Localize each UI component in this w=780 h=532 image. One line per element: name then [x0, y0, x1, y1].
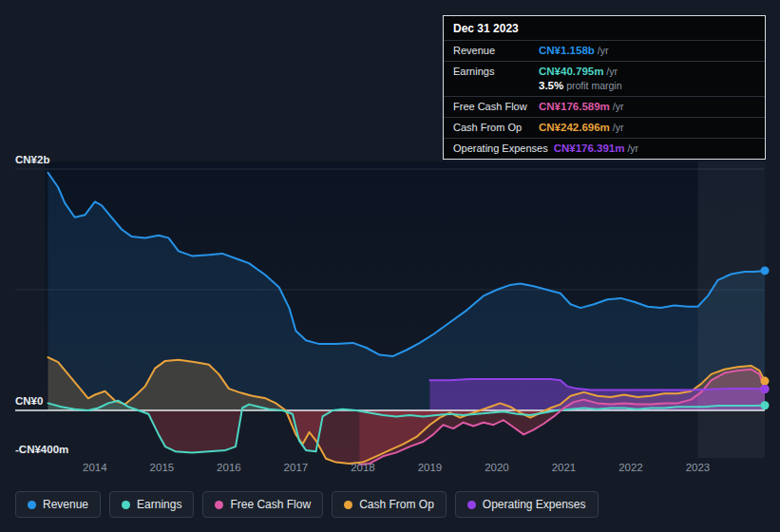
- tooltip-row-revenue: RevenueCN¥1.158b /yr: [444, 40, 765, 61]
- legend-item-earnings[interactable]: Earnings: [109, 491, 194, 518]
- tooltip-label: Operating Expenses: [453, 142, 548, 156]
- legend-item-operating-expenses[interactable]: Operating Expenses: [455, 491, 599, 518]
- x-tick-label: 2019: [409, 462, 450, 473]
- legend-item-revenue[interactable]: Revenue: [15, 491, 101, 518]
- tooltip-row-free-cash-flow: Free Cash FlowCN¥176.589m /yr: [444, 96, 765, 117]
- legend-item-label: Operating Expenses: [483, 498, 586, 511]
- x-tick-label: 2020: [476, 462, 518, 473]
- x-tick-label: 2023: [676, 462, 718, 473]
- tooltip-label: Earnings: [453, 65, 533, 79]
- x-tick-label: 2016: [208, 462, 250, 473]
- profit-margin: 3.5% profit margin: [539, 79, 755, 93]
- legend-item-label: Revenue: [43, 498, 88, 511]
- revenue-series-dot-icon: [28, 501, 36, 509]
- y-tick-label: CN¥2b: [15, 154, 49, 165]
- free-cash-flow-series-dot-icon: [215, 501, 223, 509]
- tooltip-value: CN¥1.158b /yr: [533, 44, 755, 58]
- y-tick-label: -CN¥400m: [15, 444, 68, 455]
- operating-expenses-series-dot-icon: [467, 501, 476, 509]
- tooltip-label: Free Cash Flow: [453, 100, 533, 114]
- legend-item-cash-from-op[interactable]: Cash From Op: [332, 491, 447, 518]
- tooltip-row-earnings: EarningsCN¥40.795m /yr3.5% profit margin: [444, 61, 765, 96]
- tooltip-row-cash-from-op: Cash From OpCN¥242.696m /yr: [444, 117, 765, 138]
- legend-item-free-cash-flow[interactable]: Free Cash Flow: [202, 491, 323, 518]
- x-tick-label: 2017: [275, 462, 316, 473]
- x-tick-label: 2021: [542, 462, 584, 473]
- tooltip-label: Revenue: [453, 44, 533, 58]
- tooltip-date: Dec 31 2023: [444, 16, 765, 40]
- tooltip-value: CN¥176.589m /yr: [533, 100, 755, 114]
- tooltip-rows: RevenueCN¥1.158b /yrEarningsCN¥40.795m /…: [444, 40, 765, 159]
- x-tick-label: 2014: [74, 462, 116, 473]
- legend-item-label: Earnings: [137, 498, 181, 511]
- tooltip-label: Cash From Op: [453, 121, 533, 135]
- cash-from-op-series-dot-icon: [344, 501, 352, 509]
- tooltip-value: CN¥176.391m /yr: [548, 142, 755, 156]
- x-tick-label: 2022: [610, 462, 652, 473]
- legend-item-label: Cash From Op: [359, 498, 434, 511]
- tooltip-row-operating-expenses: Operating ExpensesCN¥176.391m /yr: [444, 138, 765, 159]
- financial-history-page: CN¥2bCN¥0-CN¥400m 2014201520162017201820…: [0, 0, 780, 532]
- tooltip-value: CN¥40.795m /yr3.5% profit margin: [533, 65, 755, 93]
- legend: RevenueEarningsFree Cash FlowCash From O…: [15, 491, 599, 518]
- x-tick-label: 2018: [342, 462, 384, 473]
- y-tick-label: CN¥0: [15, 395, 43, 407]
- legend-item-label: Free Cash Flow: [230, 498, 311, 511]
- tooltip-value: CN¥242.696m /yr: [533, 121, 755, 135]
- data-tooltip: Dec 31 2023 RevenueCN¥1.158b /yrEarnings…: [443, 15, 766, 160]
- x-tick-label: 2015: [141, 462, 182, 473]
- earnings-series-dot-icon: [122, 501, 130, 509]
